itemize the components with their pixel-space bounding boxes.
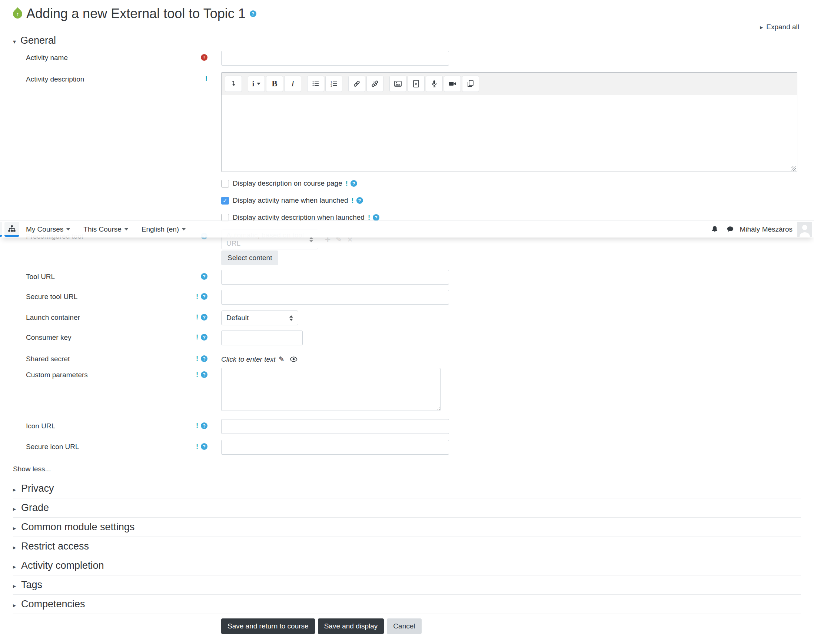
field-row-secure-icon-url: Secure icon URL (0, 440, 814, 455)
help-icon[interactable] (201, 334, 207, 340)
nav-item-label: English (en) (141, 225, 179, 233)
description-editor-content[interactable] (222, 95, 797, 172)
eye-icon[interactable] (290, 355, 297, 363)
launch-container-value: Default (226, 314, 248, 322)
select-content-button[interactable]: Select content (221, 250, 278, 265)
help-icon[interactable] (201, 314, 207, 320)
advanced-icon (196, 443, 198, 450)
nav-this-course[interactable]: This Course (80, 223, 131, 236)
toolbar-toggle-icon[interactable] (225, 75, 242, 92)
help-icon[interactable] (201, 443, 207, 450)
nav-item-label: My Courses (26, 225, 63, 233)
activity-name-label: Activity name (26, 54, 68, 62)
advanced-icon (196, 293, 198, 300)
help-icon[interactable] (201, 371, 207, 378)
save-display-button[interactable]: Save and display (318, 618, 384, 634)
italic-icon[interactable]: I (284, 75, 301, 92)
save-return-button[interactable]: Save and return to course (221, 618, 315, 634)
unlink-icon[interactable] (366, 75, 383, 92)
nav-user-area: Mihály Mészáros (709, 222, 814, 237)
field-row-custom-parameters: Custom parameters (0, 368, 814, 412)
avatar[interactable] (797, 222, 812, 237)
expand-all-label: Expand all (766, 23, 799, 31)
field-row-tool-url: Tool URL (0, 270, 814, 285)
expand-all-link[interactable]: Expand all (760, 23, 799, 31)
icon-url-label: Icon URL (26, 422, 55, 430)
nav-item-label: This Course (83, 225, 121, 233)
paragraph-styles-icon[interactable]: i (248, 75, 265, 92)
custom-parameters-textarea[interactable] (221, 368, 440, 411)
icon-url-input[interactable] (221, 419, 449, 434)
display-activity-name-checkbox[interactable] (221, 197, 229, 204)
image-icon[interactable] (389, 75, 406, 92)
media-icon[interactable] (408, 75, 425, 92)
section-common-module-settings[interactable]: Common module settings (13, 518, 801, 537)
help-icon[interactable] (201, 273, 207, 280)
checkbox-label: Display activity name when launched (233, 196, 348, 204)
tool-url-input[interactable] (221, 270, 449, 285)
link-icon[interactable] (348, 75, 365, 92)
nav-my-courses[interactable]: My Courses (23, 223, 73, 236)
activity-name-input[interactable] (221, 51, 449, 66)
shared-secret-value[interactable]: Click to enter text (221, 355, 276, 363)
help-icon[interactable] (201, 293, 207, 300)
external-tool-icon: ↑ (11, 7, 24, 20)
launch-container-select[interactable]: Default (221, 311, 298, 325)
description-editor: i B I 123 (221, 72, 797, 172)
consumer-key-label: Consumer key (26, 333, 72, 342)
show-less-link[interactable]: Show less... (13, 465, 51, 473)
ordered-list-icon[interactable]: 123 (325, 75, 342, 92)
field-row-activity-name: Activity name (0, 51, 814, 66)
advanced-icon (368, 214, 370, 221)
messages-icon[interactable] (725, 224, 736, 235)
help-icon[interactable] (201, 422, 207, 429)
advanced-icon (196, 314, 198, 320)
caret-down-icon (124, 228, 128, 230)
nav-language[interactable]: English (en) (139, 223, 189, 236)
editor-toolbar: i B I 123 (222, 73, 797, 95)
user-name[interactable]: Mihály Mészáros (739, 225, 793, 233)
page-header: ↑ Adding a new External tool to Topic 1 (13, 0, 814, 21)
help-icon[interactable] (356, 197, 363, 204)
secure-icon-url-label: Secure icon URL (26, 443, 79, 451)
checkbox-label: Display description on course page (233, 179, 342, 187)
section-general-header[interactable]: General (13, 35, 814, 46)
bold-icon[interactable]: B (266, 75, 283, 92)
tool-url-label: Tool URL (26, 273, 55, 281)
section-activity-completion[interactable]: Activity completion (13, 556, 801, 575)
cancel-button[interactable]: Cancel (387, 618, 421, 634)
sitemap-icon[interactable] (5, 222, 19, 237)
help-icon[interactable] (250, 11, 256, 17)
manage-files-icon[interactable] (462, 75, 479, 92)
notifications-bell-icon[interactable] (709, 224, 720, 235)
help-icon[interactable] (373, 214, 379, 221)
chevron-right-icon (13, 579, 16, 590)
help-icon[interactable] (201, 355, 207, 362)
secure-tool-url-input[interactable] (221, 290, 449, 305)
help-icon[interactable] (351, 180, 357, 187)
chevron-right-icon (760, 23, 763, 31)
top-navbar: My Courses This Course English (en) Mihá… (0, 221, 814, 238)
checkbox-row: Display activity name when launched (221, 196, 814, 204)
launch-container-label: Launch container (26, 313, 80, 322)
section-restrict-access[interactable]: Restrict access (13, 537, 801, 556)
advanced-icon (352, 197, 354, 204)
unordered-list-icon[interactable] (307, 75, 324, 92)
section-label: Activity completion (21, 560, 104, 571)
section-tags[interactable]: Tags (13, 575, 801, 595)
page-title: Adding a new External tool to Topic 1 (26, 6, 246, 21)
record-audio-icon[interactable] (426, 75, 443, 92)
secure-icon-url-input[interactable] (221, 440, 449, 455)
section-competencies[interactable]: Competencies (13, 595, 801, 614)
chevron-right-icon (13, 598, 16, 610)
display-description-checkbox[interactable] (221, 180, 229, 187)
consumer-key-input[interactable] (221, 331, 303, 345)
section-privacy[interactable]: Privacy (13, 479, 801, 498)
edit-pencil-icon[interactable] (279, 355, 285, 363)
chevron-right-icon (13, 502, 16, 514)
section-grade[interactable]: Grade (13, 498, 801, 518)
record-video-icon[interactable] (444, 75, 461, 92)
nav-drawer-button[interactable] (0, 222, 2, 237)
caret-down-icon (66, 228, 70, 230)
advanced-icon (205, 75, 207, 82)
